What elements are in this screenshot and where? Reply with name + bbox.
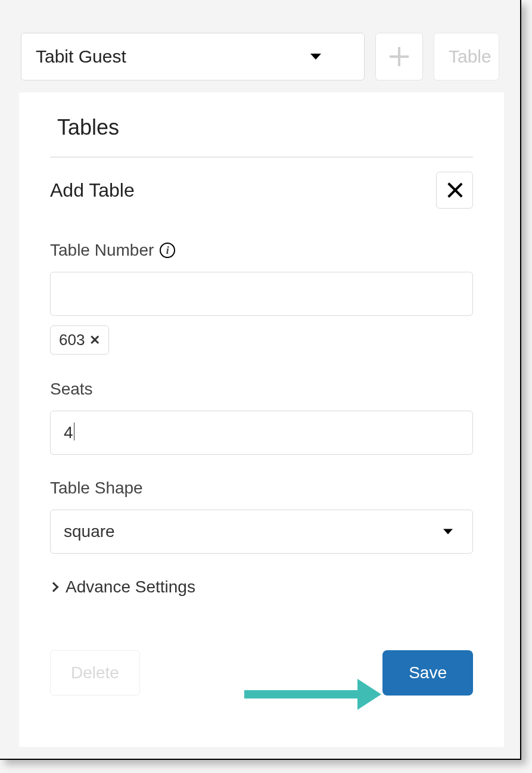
add-button[interactable] [375, 33, 423, 80]
panel-subtitle: Add Table [50, 179, 135, 201]
table-shape-select[interactable]: square [50, 510, 473, 554]
panel-title: Tables [50, 108, 473, 157]
chip-remove-icon[interactable]: ✕ [89, 333, 100, 348]
subheader-row: Add Table [50, 172, 473, 209]
seats-input[interactable]: 4 [50, 411, 473, 455]
close-button[interactable] [436, 172, 473, 209]
footer-row: Delete Save [50, 650, 473, 696]
delete-button[interactable]: Delete [50, 650, 140, 696]
top-bar: Tabit Guest Table [0, 0, 520, 95]
divider [50, 157, 473, 157]
advance-settings-toggle[interactable]: Advance Settings [50, 578, 473, 597]
table-number-label-text: Table Number [50, 241, 154, 260]
table-shape-value: square [64, 522, 115, 541]
panel-scroll[interactable]: Tables Add Table Table Number i 603 ✕ Se… [19, 92, 504, 747]
table-button-label: Table [449, 46, 491, 67]
table-number-input[interactable] [50, 272, 473, 316]
app-context-label: Tabit Guest [36, 46, 126, 67]
text-caret-icon [74, 423, 75, 440]
save-button[interactable]: Save [382, 650, 473, 696]
table-number-label: Table Number i [50, 241, 473, 260]
table-shape-select-wrapper: square [50, 510, 473, 554]
panel-inner: Tables Add Table Table Number i 603 ✕ Se… [19, 92, 504, 713]
chip-row: 603 ✕ [50, 325, 473, 355]
seats-label: Seats [50, 380, 473, 399]
close-icon [447, 182, 462, 198]
table-shape-label: Table Shape [50, 479, 473, 498]
table-button[interactable]: Table [434, 33, 499, 80]
page-wrapper: Tabit Guest Table Tables Add Table Table… [0, 0, 521, 760]
seats-value: 4 [64, 423, 73, 442]
table-number-chip: 603 ✕ [50, 325, 109, 355]
chip-value: 603 [59, 331, 85, 349]
caret-down-icon [310, 54, 321, 60]
app-context-dropdown[interactable]: Tabit Guest [21, 33, 365, 80]
plus-icon [390, 47, 409, 66]
advance-settings-label: Advance Settings [66, 578, 195, 597]
info-icon[interactable]: i [160, 243, 175, 258]
chevron-right-icon [49, 582, 59, 592]
